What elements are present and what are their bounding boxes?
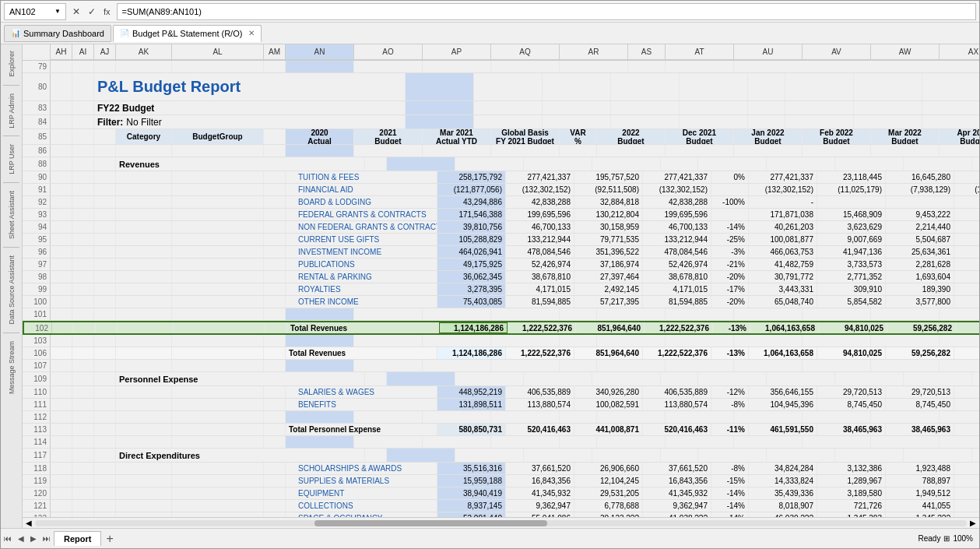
col-header-ap[interactable]: AP [423, 44, 491, 60]
label-other-income: OTHER INCOME [286, 296, 437, 308]
rownum-114: 114 [23, 436, 51, 448]
sheet-nav-left[interactable]: ◀ [15, 534, 27, 543]
cell-79-an [286, 61, 354, 72]
cell-sub-au [854, 101, 922, 114]
total-rev-actual: 1,124,186,286 [439, 322, 508, 333]
cell-title-ao [474, 73, 543, 100]
col-header-ao[interactable]: AO [354, 44, 423, 60]
cell-ch1-aj [94, 129, 116, 144]
cell-fil-ah [51, 115, 72, 128]
side-label-explorer[interactable]: Explorer [6, 44, 17, 83]
col-header-ar[interactable]: AR [560, 44, 628, 60]
row-94: 94 NON FEDERAL GRANTS & CONTRACTS 39,810… [23, 221, 979, 234]
tab-budget-pl[interactable]: 📄 Budget P&L Statement (R/O) ✕ [113, 25, 262, 42]
insert-function-icon[interactable]: fx [100, 5, 114, 18]
scroll-left-btn[interactable]: ◀ [26, 519, 32, 527]
tab-close-budget[interactable]: ✕ [248, 29, 255, 37]
total-rev2-label: Total Revenues [286, 347, 437, 359]
col-header-an[interactable]: AN [286, 44, 354, 60]
col-header-ai[interactable]: AI [72, 44, 94, 60]
col-header-as[interactable]: AS [628, 44, 666, 60]
row-subtitle: 83 FY22 Budget [23, 101, 979, 115]
filter-cell: Filter: No Filter [94, 115, 406, 128]
col-header-al[interactable]: AL [172, 44, 264, 60]
col-header-av[interactable]: AV [803, 44, 871, 60]
col-header-aw[interactable]: AW [871, 44, 940, 60]
side-label-message-stream[interactable]: Message Stream [6, 335, 17, 400]
label-scholarships: SCHOLARSHIPS & AWARDS [286, 463, 437, 474]
tab-summary-dashboard[interactable]: 📊 Summary Dashboard [4, 25, 111, 42]
h-scrollbar-thumb[interactable] [314, 520, 547, 526]
cell-ch1-budgetgroup: BudgetGroup [172, 129, 264, 144]
row-106-total-revenues: 106 Total Revenues 1,124,186,286 1,222,5… [23, 347, 979, 360]
side-label-lrp-user[interactable]: LRP User [6, 138, 17, 181]
sheet-nav-right-right[interactable]: ⏭ [40, 534, 54, 543]
rownum-117: 117 [23, 449, 51, 462]
row-111: 111 BENEFITS 131,898,511 113,880,574 100… [23, 399, 979, 411]
col-header-ax[interactable]: AX [940, 44, 979, 60]
rownum-90: 90 [23, 171, 51, 183]
side-label-lrp-admin[interactable]: LRP Admin [6, 87, 17, 135]
sheet-nav-left-left[interactable]: ⏮ [1, 534, 15, 543]
row-num-col-header [23, 44, 51, 60]
cell-fil-aq [611, 115, 680, 128]
label-rental: RENTAL & PARKING [286, 271, 437, 283]
sheet-tab-bar: ⏮ ◀ ▶ ⏭ Report + Ready ⊞ 100% [1, 528, 979, 548]
col-header-aq[interactable]: AQ [491, 44, 560, 60]
cancel-formula-icon[interactable]: ✕ [69, 5, 83, 19]
sheet-nav-right[interactable]: ▶ [27, 534, 40, 543]
cell-ch1-at: Dec 2021Budget [666, 129, 734, 144]
sheet-tab-report[interactable]: Report [54, 531, 101, 546]
main-content-area: Explorer LRP Admin LRP User Sheet Assist… [1, 44, 979, 528]
add-sheet-btn[interactable]: + [101, 532, 118, 546]
label-non-federal: NON FEDERAL GRANTS & CONTRACTS [286, 221, 437, 233]
rownum-80: 80 [23, 73, 51, 100]
confirm-formula-icon[interactable]: ✓ [85, 5, 99, 19]
scroll-right-btn[interactable]: ▶ [970, 519, 976, 527]
col-header-ah[interactable]: AH [51, 44, 72, 60]
cell-fil-as [748, 115, 785, 128]
cell-ch1-ai [72, 129, 94, 144]
row-97: 97 PUBLICATIONS 49,175,925 52,426,974 37… [23, 259, 979, 271]
cell-sub-ai [72, 101, 94, 114]
row-100: 100 OTHER INCOME 75,403,085 81,594,885 5… [23, 296, 979, 308]
label-federal-grants: FEDERAL GRANTS & CONTRACTS [286, 209, 437, 220]
rownum-118: 118 [23, 463, 51, 474]
col-header-at[interactable]: AT [666, 44, 734, 60]
cell-ref-dropdown-icon[interactable]: ▼ [54, 8, 61, 15]
formula-input[interactable]: =SUM(AN89:AN101) [117, 3, 976, 20]
label-supplies: SUPPLIES & MATERIALS [286, 475, 437, 487]
cell-ch1-category: Category [116, 129, 172, 144]
side-divider-3 [3, 182, 20, 183]
horizontal-scrollbar[interactable]: ◀ ▶ [23, 517, 979, 528]
cell-sub-av [922, 101, 979, 114]
cell-79-aq [491, 61, 560, 72]
col-header-au[interactable]: AU [734, 44, 803, 60]
scrollable-content[interactable]: 79 80 [23, 61, 979, 517]
cell-sub-ap [543, 101, 611, 114]
label-equipment: EQUIPMENT [286, 487, 437, 499]
cell-fil-ap [543, 115, 611, 128]
col-header-am[interactable]: AM [264, 44, 286, 60]
cell-title-at [785, 73, 854, 100]
label-current-use: CURRENT USE GIFTS [286, 234, 437, 245]
cell-ch1-ar: VAR% [560, 129, 597, 144]
cell-reference-box[interactable]: AN102 ▼ [4, 3, 66, 20]
rownum-120: 120 [23, 487, 51, 499]
tab-label-summary: Summary Dashboard [23, 29, 104, 38]
row-86: 86 [23, 145, 979, 157]
col-header-aj[interactable]: AJ [94, 44, 116, 60]
filter-label: Filter: [97, 117, 123, 128]
row-103: 103 [23, 335, 979, 347]
rownum-100: 100 [23, 296, 51, 308]
status-bar: Ready ⊞ 100% [912, 534, 979, 543]
row-120: 120 EQUIPMENT 38,940,419 41,345,932 29,5… [23, 487, 979, 500]
row-filter: 84 Filter: No Filter [23, 115, 979, 129]
side-label-sheet-assistant[interactable]: Sheet Assistant [6, 185, 17, 245]
side-divider-2 [3, 135, 20, 136]
row-96: 96 INVESTMENT INCOME 464,026,941 478,084… [23, 246, 979, 259]
cell-79-at [666, 61, 734, 72]
cell-79-ar [560, 61, 628, 72]
side-label-data-source[interactable]: Data Source Assistant [6, 249, 17, 331]
col-header-ak[interactable]: AK [116, 44, 172, 60]
